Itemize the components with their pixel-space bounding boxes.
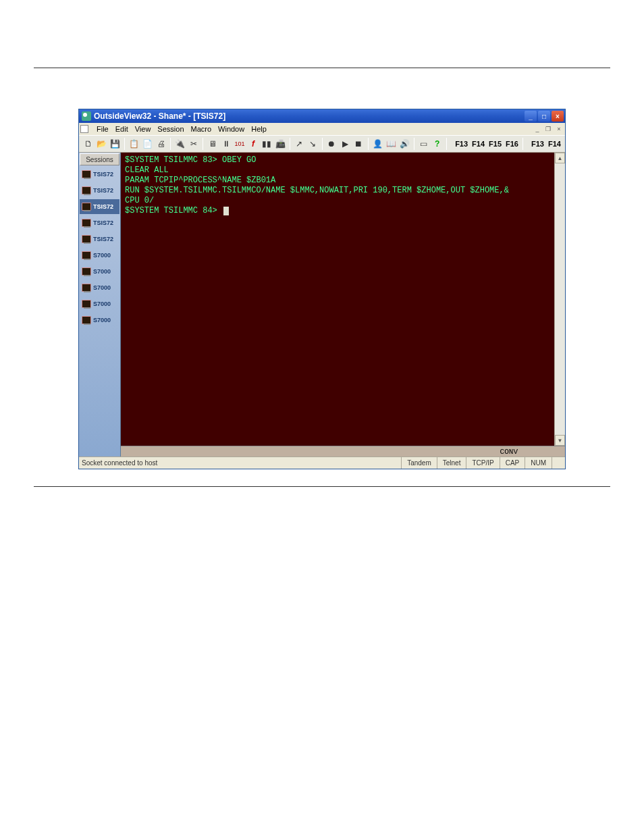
session-item[interactable]: S7000 [80, 264, 119, 279]
scroll-down-button[interactable]: ▼ [555, 435, 565, 446]
titlebar: OutsideView32 - Shane* - [TSIS72] _ □ × [79, 109, 565, 123]
help-icon[interactable]: ? [431, 137, 444, 151]
session-label: TSIS72 [93, 236, 113, 242]
terminal-icon [82, 284, 91, 292]
menu-file[interactable]: File [97, 125, 109, 133]
send-icon[interactable]: ↗ [293, 137, 306, 151]
status-network: TCP/IP [466, 457, 499, 469]
copy-icon[interactable]: 📋 [128, 137, 140, 151]
terminal-line: RUN $SYSTEM.TSILMMC.TSILMMCO/NAME $LMMC,… [125, 186, 550, 196]
fkey-f14[interactable]: F14 [471, 139, 486, 149]
disconnect-icon[interactable]: ✂ [187, 137, 200, 151]
window-title: OutsideView32 - Shane* - [TSIS72] [94, 111, 525, 121]
columns-icon[interactable]: ▮▮ [261, 137, 273, 151]
session-label: S7000 [93, 301, 111, 307]
menu-session[interactable]: Session [157, 125, 184, 133]
open-icon[interactable]: 📂 [95, 137, 108, 151]
session-label: S7000 [93, 252, 111, 259]
function-icon[interactable]: f [247, 137, 260, 151]
pause-icon[interactable]: ⏸ [219, 137, 232, 151]
terminal-icon [82, 267, 91, 276]
session-label: S7000 [93, 268, 111, 275]
print-icon[interactable]: 🖨 [155, 137, 167, 151]
cursor [223, 207, 229, 215]
stop-icon[interactable]: ⏹ [352, 137, 365, 151]
sessions-panel: Sessions TSIS72TSIS72TSIS72TSIS72TSIS72S… [79, 153, 121, 457]
sessions-tab[interactable]: Sessions [80, 153, 119, 165]
status-message: Socket connected to host [79, 459, 401, 467]
toolbar: 🗋 📂 💾 📋 📄 🖨 🔌 ✂ 🖥 ⏸ 101 f ▮▮ 📠 ↗ ↘ ⏺ ▶ ⏹ [79, 135, 565, 153]
fkey-f14-b[interactable]: F14 [547, 139, 562, 149]
receive-icon[interactable]: ↘ [306, 137, 319, 151]
fkey-f13[interactable]: F13 [454, 139, 469, 149]
connect-icon[interactable]: 🔌 [173, 137, 186, 151]
terminal-icon [82, 186, 91, 194]
terminal-line: PARAM TCPIP^PROCESS^NAME $ZB01A [125, 176, 550, 186]
mdi-restore-button[interactable]: ❐ [543, 125, 553, 133]
session-item[interactable]: S7000 [80, 313, 119, 328]
terminal-icon [82, 203, 91, 211]
session-label: S7000 [93, 317, 111, 323]
terminal-icon [82, 219, 91, 227]
minimize-button[interactable]: _ [525, 111, 537, 122]
save-icon[interactable]: 💾 [109, 137, 122, 151]
fkey-f15[interactable]: F15 [487, 139, 503, 149]
menu-help[interactable]: Help [251, 125, 267, 133]
terminal-icon [82, 235, 91, 243]
menubar: File Edit View Session Macro Window Help… [79, 123, 565, 135]
terminal[interactable]: $SYSTEM TSILMMC 83> OBEY GOCLEAR ALLPARA… [121, 153, 554, 446]
mdi-minimize-button[interactable]: _ [533, 125, 542, 133]
record-icon[interactable]: ⏺ [325, 137, 338, 151]
new-icon[interactable]: 🗋 [82, 137, 95, 151]
status-num: NUM [525, 457, 552, 469]
menu-macro[interactable]: Macro [191, 125, 212, 133]
session-item[interactable]: S7000 [80, 248, 119, 263]
vars-icon[interactable]: 101 [233, 137, 246, 151]
session-item[interactable]: TSIS72 [80, 232, 119, 246]
fkey-f13-b[interactable]: F13 [530, 139, 545, 149]
window-icon[interactable]: ▭ [417, 137, 430, 151]
terminal-icon [82, 251, 91, 259]
terminal-icon [82, 300, 91, 308]
terminal-icon [82, 170, 91, 178]
mdi-close-button[interactable]: × [554, 125, 564, 133]
session-item[interactable]: TSIS72 [80, 215, 119, 230]
status-protocol: Telnet [437, 457, 466, 469]
session-item[interactable]: TSIS72 [80, 199, 119, 214]
session-label: TSIS72 [93, 219, 113, 226]
session-item[interactable]: TSIS72 [80, 167, 119, 182]
app-window: OutsideView32 - Shane* - [TSIS72] _ □ × … [78, 109, 566, 469]
status-extra [552, 457, 565, 469]
scroll-up-button[interactable]: ▲ [555, 153, 565, 163]
conv-bar: CONV [121, 446, 565, 457]
play-icon[interactable]: ▶ [339, 137, 352, 151]
menu-window[interactable]: Window [218, 125, 244, 133]
app-icon [82, 111, 91, 121]
close-button[interactable]: × [552, 111, 564, 122]
session-label: S7000 [93, 284, 111, 291]
terminal-line: CLEAR ALL [125, 165, 550, 176]
fkey-f16[interactable]: F16 [504, 139, 520, 149]
status-cap: CAP [500, 457, 525, 469]
mdi-doc-icon[interactable] [80, 125, 88, 133]
session-item[interactable]: S7000 [80, 296, 119, 311]
status-emulation: Tandem [401, 457, 437, 469]
user-icon[interactable]: 👤 [371, 137, 384, 151]
session-item[interactable]: S7000 [80, 280, 119, 295]
statusbar: Socket connected to host Tandem Telnet T… [79, 457, 565, 469]
book-icon[interactable]: 📖 [385, 137, 398, 151]
session-label: TSIS72 [93, 203, 113, 210]
session-label: TSIS72 [93, 171, 113, 178]
transfer-icon[interactable]: 📠 [274, 137, 287, 151]
vertical-scrollbar[interactable]: ▲ ▼ [554, 153, 565, 446]
sound-icon[interactable]: 🔊 [398, 137, 411, 151]
terminal-icon [82, 316, 91, 324]
session-label: TSIS72 [93, 187, 113, 194]
menu-view[interactable]: View [135, 125, 151, 133]
session-item[interactable]: TSIS72 [80, 183, 119, 198]
terminal-line: CPU 0/ [125, 196, 550, 206]
maximize-button[interactable]: □ [538, 111, 550, 122]
terminal-icon[interactable]: 🖥 [206, 137, 219, 151]
paste-icon[interactable]: 📄 [141, 137, 154, 151]
menu-edit[interactable]: Edit [115, 125, 128, 133]
